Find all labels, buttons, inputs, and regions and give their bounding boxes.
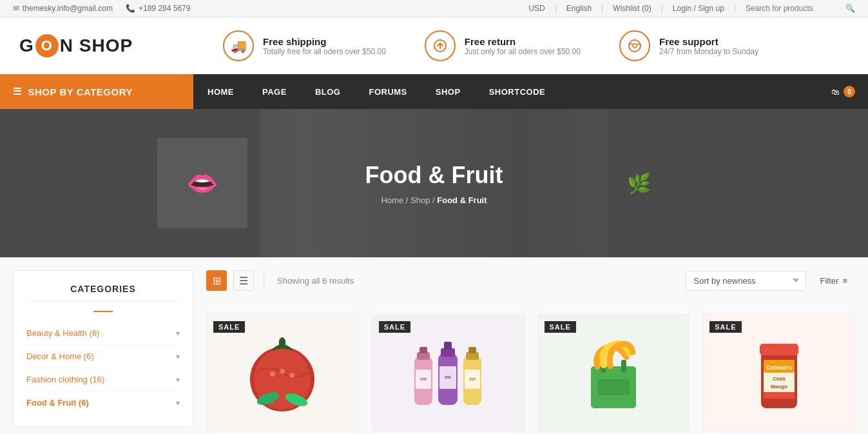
logo-text-g: G: [19, 35, 34, 56]
sale-badge-2: SALE: [379, 321, 410, 333]
return-title: Free return: [465, 36, 581, 47]
sort-select[interactable]: Sort by newness Sort by price: low to hi…: [686, 271, 806, 291]
nav-shortcode[interactable]: SHORTCODE: [475, 74, 560, 109]
svg-point-7: [270, 371, 275, 377]
return-icon: [425, 30, 456, 61]
main-content: CATEGORIES Beauty & Health (6) ▾ Decor &…: [0, 257, 868, 434]
shipping-subtitle: Totally free for all oders over $50.00: [263, 47, 386, 56]
sale-badge-1: SALE: [213, 321, 245, 333]
wishlist-link[interactable]: Wishlist (0): [613, 4, 651, 13]
return-text: Free return Just only for all oders over…: [465, 36, 581, 56]
nav-home[interactable]: HOME: [193, 74, 248, 109]
svg-rect-14: [420, 347, 427, 353]
chevron-down-icon-3: ▾: [176, 375, 180, 384]
support-icon: [619, 30, 650, 61]
categories-box: CATEGORIES Beauty & Health (6) ▾ Decor &…: [13, 270, 193, 428]
grid-view-button[interactable]: ⊞: [206, 270, 227, 291]
top-bar: ✉ themesky.info@gmail.com 📞 +189 284 567…: [0, 0, 868, 17]
phone-text: +189 284 5679: [139, 4, 190, 13]
support-text: Free support 24/7 from Monday to Sunday: [659, 36, 758, 56]
shipping-icon: 🚚: [223, 30, 254, 61]
category-fashion-link[interactable]: Fashion clothing (16): [26, 375, 104, 384]
category-food[interactable]: Food & Fruit (6) ▾: [26, 391, 180, 414]
list-view-button[interactable]: ☰: [233, 270, 254, 291]
svg-point-8: [280, 369, 285, 374]
hero-content: Food & Fruit Home / Shop / Food & Fruit: [365, 162, 503, 205]
svg-text:ovi: ovi: [420, 377, 427, 381]
divider-1: |: [555, 4, 557, 13]
currency-selector[interactable]: USD: [528, 4, 545, 13]
logo-o: O: [35, 34, 59, 57]
shop-by-category-label: SHOP BY CATEGORY: [28, 86, 133, 97]
nav-shop[interactable]: SHOP: [421, 74, 475, 109]
filter-icon: ≡: [842, 276, 847, 286]
filter-label: Filter: [820, 276, 839, 286]
svg-text:ovi: ovi: [445, 375, 451, 379]
svg-rect-32: [760, 344, 798, 355]
hamburger-icon: ☰: [13, 86, 22, 97]
email-icon: ✉: [13, 4, 19, 13]
search-bar[interactable]: 🔍: [746, 4, 855, 13]
cart-count-badge: 0: [844, 86, 855, 97]
feature-return: Free return Just only for all oders over…: [425, 30, 581, 61]
email-text: themesky.info@gmail.com: [23, 4, 113, 13]
sidebar: CATEGORIES Beauty & Health (6) ▾ Decor &…: [13, 270, 193, 431]
svg-rect-19: [444, 342, 452, 350]
category-beauty[interactable]: Beauty & Health (6) ▾: [26, 322, 180, 345]
search-icon[interactable]: 🔍: [845, 4, 855, 13]
category-decor[interactable]: Decor & Home (6) ▾: [26, 345, 180, 368]
feature-support: Free support 24/7 from Monday to Sunday: [619, 30, 758, 61]
svg-text:Mango: Mango: [771, 384, 787, 390]
chevron-down-icon-2: ▾: [176, 352, 180, 361]
svg-point-2: [629, 40, 641, 52]
logo[interactable]: G O N SHOP: [19, 34, 133, 57]
category-food-link[interactable]: Food & Fruit (6): [26, 398, 89, 408]
filter-button[interactable]: Filter ≡: [813, 271, 855, 290]
phone-icon: 📞: [126, 4, 135, 13]
svg-point-9: [289, 373, 294, 378]
shipping-text: Free shipping Totally free for all oders…: [263, 36, 386, 56]
product-card-2[interactable]: SALE ovi: [372, 314, 525, 431]
svg-rect-30: [597, 379, 630, 395]
divider-4: |: [734, 4, 736, 13]
products-grid: SALE: [206, 314, 855, 431]
product-card-4[interactable]: SALE Colman's Chilli Mango: [702, 314, 855, 431]
header: G O N SHOP 🚚 Free shipping Totally free …: [0, 17, 868, 74]
product-area: ⊞ ☰ Showing all 6 results Sort by newnes…: [193, 270, 855, 431]
top-bar-right: USD | English | Wishlist (0) | Login / S…: [528, 4, 855, 13]
hero-title: Food & Fruit: [365, 162, 503, 189]
sale-badge-3: SALE: [545, 321, 576, 333]
support-title: Free support: [659, 36, 758, 47]
breadcrumb-current: Food & Fruit: [437, 195, 487, 205]
nav-links: HOME PAGE BLOG FORUMS SHOP SHORTCODE: [193, 74, 818, 109]
svg-text:Colman's: Colman's: [766, 364, 792, 371]
categories-title: CATEGORIES: [26, 284, 180, 301]
results-count: Showing all 6 results: [277, 276, 679, 286]
breadcrumb-shop[interactable]: Shop: [410, 195, 430, 205]
main-nav: ☰ SHOP BY CATEGORY HOME PAGE BLOG FORUMS…: [0, 74, 868, 109]
support-subtitle: 24/7 from Monday to Sunday: [659, 47, 758, 56]
cart-button[interactable]: 🛍 0: [818, 74, 868, 109]
nav-page[interactable]: PAGE: [248, 74, 301, 109]
chevron-down-icon-4: ▾: [176, 399, 180, 408]
category-beauty-link[interactable]: Beauty & Health (6): [26, 328, 99, 338]
language-selector[interactable]: English: [566, 4, 592, 13]
list-icon: ☰: [239, 275, 248, 287]
sale-badge-4: SALE: [709, 321, 741, 333]
category-fashion[interactable]: Fashion clothing (16) ▾: [26, 368, 180, 391]
product-card-1[interactable]: SALE: [206, 314, 359, 431]
shop-by-category-button[interactable]: ☰ SHOP BY CATEGORY: [0, 74, 193, 109]
logo-text-n: N SHOP: [60, 35, 133, 56]
email-info: ✉ themesky.info@gmail.com: [13, 4, 113, 13]
category-decor-link[interactable]: Decor & Home (6): [26, 351, 94, 361]
sidebar-divider: [93, 311, 113, 312]
hero-breadcrumb: Home / Shop / Food & Fruit: [365, 195, 503, 205]
product-card-3[interactable]: SALE: [537, 314, 690, 431]
breadcrumb-home[interactable]: Home: [381, 195, 403, 205]
svg-point-3: [633, 44, 637, 48]
nav-blog[interactable]: BLOG: [301, 74, 355, 109]
nav-forums[interactable]: FORUMS: [354, 74, 421, 109]
login-link[interactable]: Login / Sign up: [673, 4, 724, 13]
search-input[interactable]: [746, 4, 842, 13]
toolbar-divider: [264, 271, 264, 290]
